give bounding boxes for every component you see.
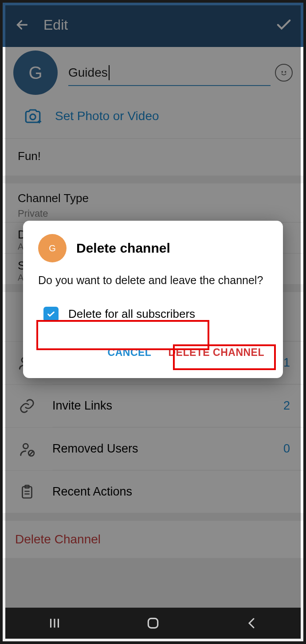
dialog-avatar: G	[38, 234, 67, 262]
nav-recent-button[interactable]	[37, 614, 72, 632]
dialog-title: Delete channel	[76, 241, 170, 256]
svg-rect-17	[148, 618, 157, 628]
checkbox-label: Delete for all subscribers	[68, 307, 195, 321]
nav-back-button[interactable]	[234, 614, 269, 632]
nav-home-button[interactable]	[135, 614, 171, 632]
annotation-highlight	[173, 344, 276, 370]
checkbox-checked-icon[interactable]	[43, 307, 59, 322]
delete-dialog: G Delete channel Do you want to delete a…	[23, 221, 283, 378]
system-nav-bar	[5, 608, 301, 639]
dialog-message: Do you want to delete and leave the chan…	[23, 262, 283, 296]
